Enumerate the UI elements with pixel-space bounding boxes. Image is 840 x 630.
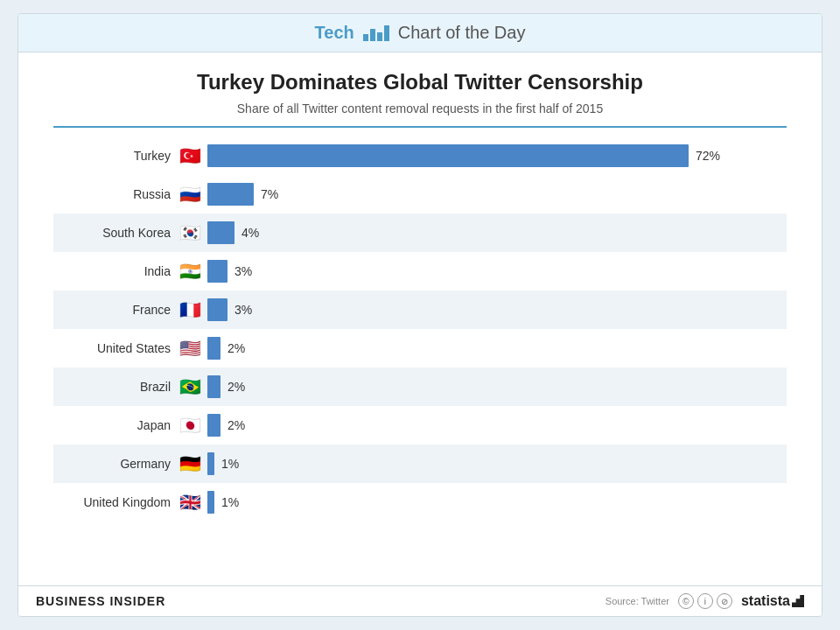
- statista-brand: statista: [741, 593, 804, 609]
- bar-container: 3%: [204, 260, 787, 283]
- brand-label: BUSINESS INSIDER: [36, 594, 165, 608]
- country-label: Turkey: [53, 149, 176, 163]
- cc-icon: ©: [678, 593, 694, 609]
- country-flag: 🇯🇵: [176, 415, 204, 436]
- chart-row: France 🇫🇷 3%: [53, 290, 787, 329]
- chart-title: Turkey Dominates Global Twitter Censorsh…: [53, 70, 787, 94]
- country-flag: 🇬🇧: [176, 492, 204, 513]
- pct-label: 7%: [261, 187, 278, 201]
- bar: [207, 491, 214, 514]
- country-flag: 🇫🇷: [176, 299, 204, 320]
- bar: [207, 452, 214, 475]
- country-flag: 🇹🇷: [176, 145, 204, 166]
- bar-container: 4%: [204, 221, 787, 244]
- country-label: Russia: [53, 187, 176, 201]
- pct-label: 72%: [696, 149, 720, 163]
- bar-container: 7%: [204, 183, 787, 206]
- country-flag: 🇮🇳: [176, 261, 204, 282]
- divider: [53, 126, 787, 128]
- country-label: United Kingdom: [53, 495, 176, 509]
- bar: [207, 183, 254, 206]
- header: Tech Chart of the Day: [18, 14, 822, 52]
- no-icon: ⊘: [717, 593, 732, 609]
- country-label: Brazil: [53, 380, 176, 394]
- chart-row: Japan 🇯🇵 2%: [53, 406, 787, 444]
- bar-container: 2%: [204, 375, 787, 398]
- bar: [207, 260, 228, 283]
- chart-row: India 🇮🇳 3%: [53, 252, 787, 290]
- pct-label: 4%: [242, 226, 259, 240]
- pct-label: 2%: [228, 380, 245, 394]
- bar: [207, 337, 220, 360]
- chart-row: United Kingdom 🇬🇧 1%: [53, 483, 787, 522]
- pct-label: 2%: [228, 341, 245, 355]
- pct-label: 3%: [234, 303, 252, 317]
- country-label: South Korea: [53, 226, 176, 240]
- bar-container: 1%: [204, 452, 787, 475]
- bar-chart: Turkey 🇹🇷 72% Russia 🇷🇺 7% South Korea 🇰…: [53, 136, 787, 577]
- country-label: India: [53, 264, 176, 278]
- bar-container: 2%: [204, 414, 787, 437]
- header-cotd-label: Chart of the Day: [398, 23, 526, 43]
- pct-label: 3%: [234, 264, 252, 278]
- pct-label: 1%: [221, 495, 239, 509]
- country-flag: 🇩🇪: [176, 453, 204, 474]
- country-label: Japan: [53, 418, 176, 432]
- country-label: France: [53, 303, 176, 317]
- chart-row: United States 🇺🇸 2%: [53, 329, 787, 368]
- chart-row: Russia 🇷🇺 7%: [53, 175, 787, 214]
- bar: [207, 414, 220, 437]
- bar: [207, 298, 228, 321]
- country-label: Germany: [53, 457, 176, 471]
- country-flag: 🇧🇷: [176, 376, 204, 397]
- chart-row: Brazil 🇧🇷 2%: [53, 368, 787, 406]
- chart-subtitle: Share of all Twitter content removal req…: [53, 102, 787, 116]
- content-area: Turkey Dominates Global Twitter Censorsh…: [18, 52, 822, 585]
- header-tech-label: Tech: [315, 23, 354, 43]
- chart-row: Turkey 🇹🇷 72%: [53, 136, 787, 175]
- chart-row: Germany 🇩🇪 1%: [53, 444, 787, 483]
- statista-icon: [792, 595, 804, 607]
- country-flag: 🇰🇷: [176, 222, 204, 243]
- footer: BUSINESS INSIDER Source: Twitter © i ⊘ s…: [18, 585, 822, 616]
- footer-icons: © i ⊘: [678, 593, 732, 609]
- source-label: Source: Twitter: [606, 596, 669, 606]
- country-flag: 🇺🇸: [176, 338, 204, 359]
- bar-container: 2%: [204, 337, 787, 360]
- pct-label: 1%: [221, 457, 239, 471]
- country-flag: 🇷🇺: [176, 184, 204, 205]
- info-icon: i: [697, 593, 713, 609]
- chart-row: South Korea 🇰🇷 4%: [53, 214, 787, 252]
- bar: [207, 375, 220, 398]
- footer-right: Source: Twitter © i ⊘ statista: [606, 593, 804, 609]
- bar-container: 72%: [204, 144, 787, 167]
- country-label: United States: [53, 341, 176, 355]
- bar: [207, 144, 689, 167]
- bar-container: 3%: [204, 298, 787, 321]
- chart-icon: [363, 25, 389, 41]
- pct-label: 2%: [228, 418, 245, 432]
- bar: [207, 221, 234, 244]
- card: Tech Chart of the Day Turkey Dominates G…: [18, 13, 822, 617]
- bar-container: 1%: [204, 491, 787, 514]
